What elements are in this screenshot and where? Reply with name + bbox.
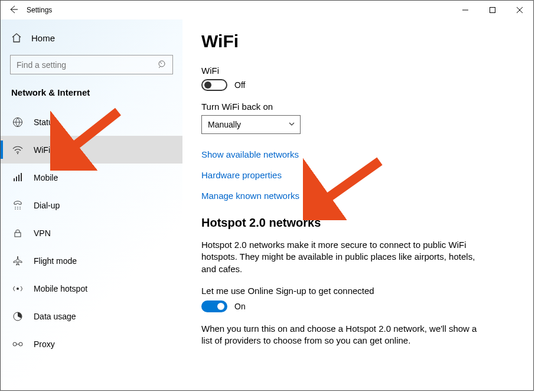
sidebar-item-label: Proxy: [34, 339, 55, 349]
sidebar-item-dialup[interactable]: Dial-up: [1, 191, 182, 219]
svg-line-6: [159, 61, 162, 64]
maximize-button[interactable]: [479, 1, 506, 19]
vpn-icon: [12, 228, 23, 239]
status-icon: [12, 117, 23, 128]
sidebar-item-label: Mobile: [34, 173, 58, 182]
hotspot-icon: [12, 283, 23, 294]
sidebar-item-status[interactable]: Status: [1, 108, 182, 136]
turn-back-label: Turn WiFi back on: [201, 102, 514, 112]
link-show-networks[interactable]: Show available networks: [201, 149, 514, 159]
svg-point-15: [17, 207, 18, 208]
link-hardware-properties[interactable]: Hardware properties: [201, 170, 514, 180]
hotspot-description: Hotspot 2.0 networks make it more secure…: [201, 239, 485, 275]
airplane-icon: [12, 256, 23, 266]
svg-rect-1: [490, 8, 495, 13]
turn-back-value: Manually: [208, 120, 241, 129]
close-button[interactable]: [506, 1, 533, 19]
sidebar-item-mobile[interactable]: Mobile: [1, 164, 182, 191]
svg-rect-20: [15, 233, 21, 237]
mobile-icon: [12, 172, 23, 183]
svg-line-7: [159, 66, 161, 68]
svg-point-24: [19, 342, 22, 346]
online-signup-state: On: [234, 302, 246, 311]
wifi-toggle-state: Off: [234, 80, 245, 90]
titlebar: Settings: [1, 1, 533, 19]
chevron-down-icon: [288, 120, 295, 129]
sidebar-item-label: VPN: [34, 228, 51, 238]
turn-back-select[interactable]: Manually: [201, 115, 301, 134]
sidebar-item-label: Status: [34, 117, 57, 127]
sidebar-item-label: Data usage: [34, 312, 76, 321]
wifi-icon: [12, 145, 23, 155]
home-label: Home: [31, 33, 55, 43]
sidebar-item-label: WiFi: [34, 145, 50, 155]
svg-point-16: [19, 207, 21, 208]
minimize-button[interactable]: [452, 1, 479, 19]
sidebar-item-wifi[interactable]: WiFi: [1, 136, 182, 164]
search-icon: [158, 60, 167, 71]
home-button[interactable]: Home: [1, 27, 182, 55]
svg-rect-13: [21, 173, 22, 181]
online-signup-toggle[interactable]: [201, 300, 227, 312]
sidebar-item-proxy[interactable]: Proxy: [1, 330, 182, 358]
sidebar-item-vpn[interactable]: VPN: [1, 219, 182, 247]
sidebar-item-label: Mobile hotspot: [34, 284, 87, 293]
wifi-label: WiFi: [201, 66, 514, 76]
online-signup-description: When you turn this on and choose a Hotsp…: [201, 323, 485, 347]
main-content: WiFi WiFi Off Turn WiFi back on Manually…: [182, 19, 533, 390]
svg-rect-12: [18, 175, 19, 181]
sidebar: Home Network & Internet Status: [1, 19, 182, 390]
sidebar-item-label: Flight mode: [34, 256, 77, 266]
svg-point-9: [17, 153, 18, 154]
svg-point-17: [15, 208, 16, 210]
back-icon[interactable]: [9, 5, 18, 16]
svg-point-21: [17, 288, 19, 290]
svg-rect-11: [16, 177, 17, 181]
sidebar-item-data-usage[interactable]: Data usage: [1, 302, 182, 330]
category-title: Network & Internet: [1, 87, 182, 108]
svg-point-14: [15, 207, 16, 208]
home-icon: [11, 32, 22, 43]
hotspot-heading: Hotspot 2.0 networks: [201, 216, 514, 230]
page-heading: WiFi: [201, 31, 514, 51]
window-title: Settings: [27, 6, 52, 14]
sidebar-item-label: Dial-up: [34, 201, 60, 210]
sidebar-item-flight-mode[interactable]: Flight mode: [1, 247, 182, 275]
dialup-icon: [12, 200, 23, 211]
proxy-icon: [12, 339, 23, 349]
link-manage-networks[interactable]: Manage known networks: [201, 191, 514, 201]
svg-point-19: [19, 208, 21, 210]
wifi-toggle[interactable]: [201, 79, 227, 91]
settings-window: Settings Home: [0, 0, 534, 391]
sidebar-item-mobile-hotspot[interactable]: Mobile hotspot: [1, 275, 182, 302]
data-icon: [12, 311, 23, 322]
svg-rect-10: [14, 178, 15, 181]
svg-point-18: [17, 208, 18, 210]
svg-point-23: [13, 342, 17, 346]
search-input[interactable]: [10, 55, 173, 74]
online-signup-label: Let me use Online Sign-up to get connect…: [201, 286, 514, 296]
